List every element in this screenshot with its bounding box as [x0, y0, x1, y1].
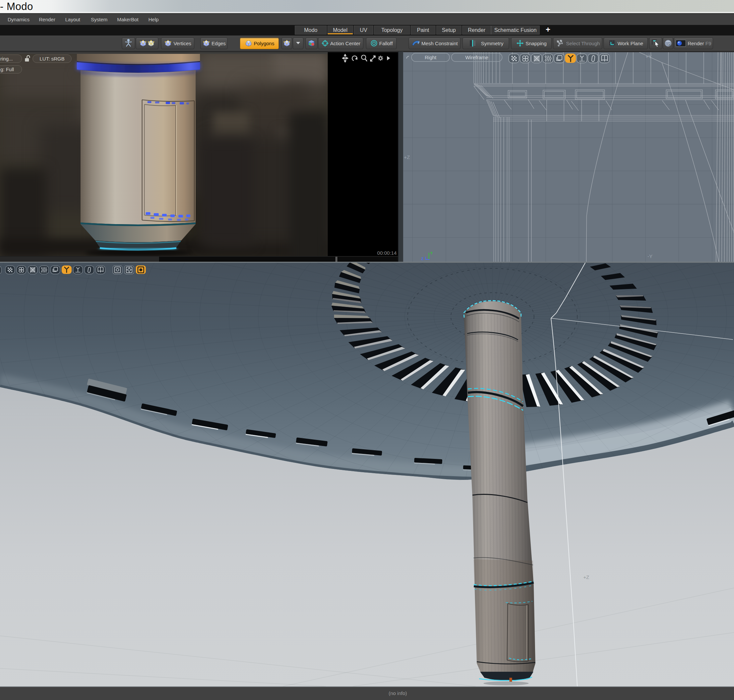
svg-text:Y: Y	[430, 251, 433, 255]
svg-text:+Z: +Z	[404, 154, 410, 160]
svg-text:+Y: +Y	[646, 53, 652, 59]
svg-text:+Z: +Z	[583, 574, 589, 580]
svg-text:Right: Right	[424, 54, 436, 60]
svg-text:-Y: -Y	[647, 253, 653, 259]
svg-text:Z: Z	[421, 257, 424, 261]
svg-text:Wireframe: Wireframe	[465, 54, 488, 60]
svg-text:b: b	[669, 43, 671, 46]
